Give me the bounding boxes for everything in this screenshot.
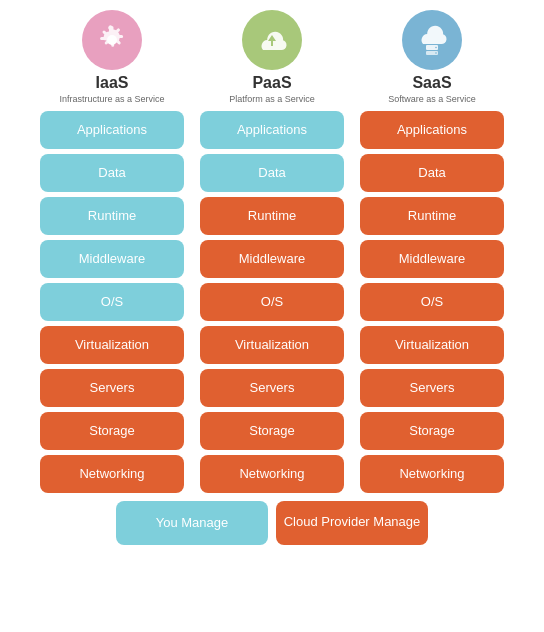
saas-title: SaaS [412,74,451,92]
cell-saas-0: Applications [360,111,504,149]
cell-iaas-1: Data [40,154,184,192]
cell-saas-7: Storage [360,412,504,450]
svg-point-4 [435,47,437,49]
cell-saas-6: Servers [360,369,504,407]
saas-header: SaaS Software as a Service [352,10,512,105]
cell-paas-1: Data [200,154,344,192]
paas-subtitle: Platform as a Service [229,94,315,105]
cell-saas-8: Networking [360,455,504,493]
cell-paas-6: Servers [200,369,344,407]
cloud-upload-icon [254,22,290,58]
cell-iaas-3: Middleware [40,240,184,278]
cell-paas-5: Virtualization [200,326,344,364]
cell-paas-4: O/S [200,283,344,321]
cell-iaas-4: O/S [40,283,184,321]
iaas-title: IaaS [96,74,129,92]
column-iaas: ApplicationsDataRuntimeMiddlewareO/SVirt… [32,111,192,493]
cell-iaas-8: Networking [40,455,184,493]
column-headers: IaaS Infrastructure as a Service PaaS Pl… [10,10,534,105]
cloud-server-icon [414,22,450,58]
paas-header: PaaS Platform as a Service [192,10,352,105]
iaas-header: IaaS Infrastructure as a Service [32,10,192,105]
provider-manage-legend: Cloud Provider Manage [276,501,428,545]
cell-paas-2: Runtime [200,197,344,235]
svg-point-5 [435,52,437,54]
cell-paas-7: Storage [200,412,344,450]
cell-saas-2: Runtime [360,197,504,235]
cell-saas-3: Middleware [360,240,504,278]
iaas-subtitle: Infrastructure as a Service [59,94,164,105]
cell-paas-8: Networking [200,455,344,493]
paas-title: PaaS [252,74,291,92]
cell-iaas-2: Runtime [40,197,184,235]
cell-iaas-6: Servers [40,369,184,407]
saas-subtitle: Software as a Service [388,94,476,105]
cell-paas-3: Middleware [200,240,344,278]
cell-iaas-0: Applications [40,111,184,149]
cell-saas-4: O/S [360,283,504,321]
cell-iaas-5: Virtualization [40,326,184,364]
you-manage-legend: You Manage [116,501,268,545]
iaas-icon-circle [82,10,142,70]
paas-icon-circle [242,10,302,70]
column-paas: ApplicationsDataRuntimeMiddlewareO/SVirt… [192,111,352,493]
cell-saas-1: Data [360,154,504,192]
service-grid: ApplicationsDataRuntimeMiddlewareO/SVirt… [10,111,534,493]
legend-row: You Manage Cloud Provider Manage [10,501,534,545]
saas-icon-circle [402,10,462,70]
cell-saas-5: Virtualization [360,326,504,364]
gear-icon [94,22,130,58]
cell-paas-0: Applications [200,111,344,149]
column-saas: ApplicationsDataRuntimeMiddlewareO/SVirt… [352,111,512,493]
cell-iaas-7: Storage [40,412,184,450]
